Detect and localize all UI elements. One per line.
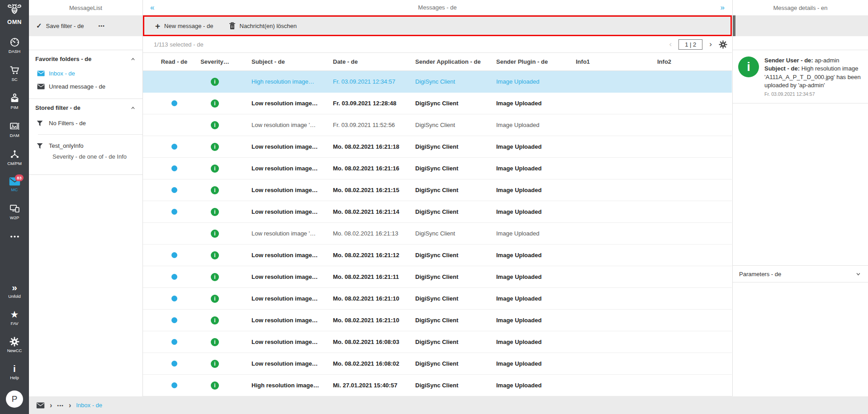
table-row[interactable]: i Low resolution image… Mo. 08.02.2021 1… (143, 331, 732, 353)
filter-funnel-icon (36, 120, 43, 127)
rail-item-dash[interactable]: DASH (0, 33, 29, 57)
table-row[interactable]: i High resolution image… Fr. 03.09.2021 … (143, 71, 732, 93)
info-severity-icon: i (211, 338, 219, 346)
table-row[interactable]: i Low resolution image… Mo. 08.02.2021 1… (143, 179, 732, 201)
sender-application-cell: DigiSync Client (415, 273, 496, 280)
subject-cell: Low resolution image… (235, 252, 333, 259)
folder-item-inbox[interactable]: Inbox - de (29, 67, 142, 80)
rail-item-more[interactable] (0, 228, 29, 245)
rail-item-label: NewCC (7, 348, 22, 353)
date-cell: Mo. 08.02.2021 16:21:11 (333, 273, 415, 280)
table-row[interactable]: i Low resolution image '… Fr. 03.09.2021… (143, 114, 732, 136)
omn-logo[interactable]: OMN (7, 3, 22, 25)
table-row[interactable]: i Low resolution image… Mo. 08.02.2021 1… (143, 310, 732, 331)
stored-filter-header[interactable]: Stored filter - de (29, 99, 142, 116)
info-severity-icon: i (211, 316, 219, 325)
gear-icon (9, 337, 19, 347)
date-cell: Mo. 08.02.2021 16:21:12 (333, 252, 415, 259)
column-header[interactable]: Sender Application - de (415, 58, 496, 65)
sender-application-cell: DigiSync Client (415, 295, 496, 302)
scrollbar-thumb[interactable] (733, 15, 735, 36)
rail-item-unfold[interactable]: »Unfold (0, 279, 29, 302)
next-page-button[interactable]: › (709, 40, 712, 49)
breadcrumb-current-folder[interactable]: Inbox - de (76, 402, 102, 409)
info-severity-icon: i (211, 143, 219, 151)
rail-item-label: DASH (9, 49, 20, 54)
info-severity-icon: i (211, 78, 219, 86)
subject-cell: Low resolution image… (235, 100, 333, 107)
column-header[interactable]: Info1 (576, 58, 657, 65)
folder-item-unread[interactable]: Unread message - de (29, 80, 142, 93)
column-header[interactable]: Subject - de (235, 58, 333, 65)
table-row[interactable]: i Low resolution image… Mo. 08.02.2021 1… (143, 158, 732, 179)
rail-item-cm-pm[interactable]: CM/PM (0, 146, 29, 169)
rail-item-dam[interactable]: DAM (0, 118, 29, 141)
previous-page-button[interactable]: ‹ (669, 40, 672, 49)
cart-icon (9, 65, 20, 75)
unread-indicator (171, 339, 177, 345)
rail-item-w2p[interactable]: W2P (0, 200, 29, 223)
unread-indicator (171, 187, 177, 193)
filter-item-test-onlyinfo[interactable]: Test_onlyInfo (29, 138, 142, 152)
column-header[interactable]: Info2 (657, 58, 732, 65)
logo-text: OMN (7, 19, 22, 25)
new-message-button[interactable]: + New message - de (155, 22, 213, 30)
table-row[interactable]: i Low resolution image… Fr. 03.09.2021 1… (143, 93, 732, 114)
subject-cell: Low resolution image… (235, 360, 333, 367)
table-header: Read - deSeverity…Subject - deDate - deS… (143, 53, 732, 71)
column-header[interactable]: Sender Plugin - de (496, 58, 576, 65)
page-indicator[interactable]: 1 | 2 (678, 39, 702, 50)
table-settings-gear-icon[interactable] (719, 40, 727, 49)
unread-indicator (171, 317, 177, 323)
unread-indicator (171, 209, 177, 215)
table-row[interactable]: i Low resolution image… Mo. 08.02.2021 1… (143, 245, 732, 266)
sender-plugin-cell: Image Uploaded (496, 273, 576, 280)
check-icon: ✓ (36, 22, 42, 30)
date-cell: Mo. 08.02.2021 16:08:02 (333, 360, 415, 367)
collapse-right-button[interactable]: » (721, 4, 725, 11)
info-severity-icon: i (211, 295, 219, 303)
info-severity-icon: i (211, 381, 219, 390)
sender-plugin-cell: Image Uploaded (496, 317, 576, 324)
rail-item-mc[interactable]: MC83 (0, 174, 29, 195)
rail-item-sc[interactable]: SC (0, 61, 29, 85)
table-row[interactable]: i Low resolution image… Mo. 08.02.2021 1… (143, 266, 732, 288)
rail-item-help[interactable]: iHelp (0, 360, 29, 383)
table-row[interactable]: i Low resolution image… Mo. 08.02.2021 1… (143, 201, 732, 223)
collapse-left-button[interactable]: « (150, 4, 154, 11)
unread-indicator (171, 274, 177, 280)
rail-item-label: MC (11, 187, 18, 192)
info-severity-icon: i (211, 186, 219, 194)
rail-item-newcc[interactable]: NewCC (0, 333, 29, 356)
table-row[interactable]: i Low resolution image '… Mo. 08.02.2021… (143, 223, 732, 245)
breadcrumb-ellipsis[interactable]: ••• (57, 403, 64, 408)
more-options-button[interactable]: ••• (98, 23, 105, 28)
user-avatar[interactable]: P (6, 390, 23, 408)
info-icon: i (13, 364, 16, 374)
rail-item-pim[interactable]: PIM (0, 89, 29, 113)
pim-box-icon (9, 93, 20, 104)
info-severity-icon: i (211, 165, 219, 173)
mail-icon (37, 84, 45, 89)
sender-application-cell: DigiSync Client (415, 208, 496, 215)
parameters-section-toggle[interactable]: Parameters - de (733, 265, 868, 282)
sender-application-cell: DigiSync Client (415, 252, 496, 259)
delete-messages-button[interactable]: Nachricht(en) löschen (229, 22, 297, 30)
info-severity-icon: i (211, 99, 219, 108)
table-row[interactable]: i Low resolution image… Mo. 08.02.2021 1… (143, 136, 732, 158)
column-header[interactable]: Date - de (333, 58, 415, 65)
save-filter-button[interactable]: ✓ Save filter - de (36, 22, 84, 30)
table-row[interactable]: i Low resolution image… Mo. 08.02.2021 1… (143, 288, 732, 310)
subject-cell: Low resolution image… (235, 339, 333, 345)
favorite-folders-header[interactable]: Favorite folders - de (29, 50, 142, 67)
filter-item-no-filters[interactable]: No Filters - de (29, 116, 142, 130)
star-icon: ★ (10, 310, 19, 320)
mail-icon[interactable] (36, 402, 45, 409)
table-row[interactable]: i High resolution image… Mi. 27.01.2021 … (143, 375, 732, 396)
column-header[interactable]: Read - de (161, 58, 188, 65)
column-header[interactable]: Severity… (200, 58, 229, 65)
rail-item-fav[interactable]: ★FAV (0, 306, 29, 329)
table-row[interactable]: i Low resolution image… Mo. 08.02.2021 1… (143, 353, 732, 375)
sender-plugin-cell: Image Uploaded (496, 360, 576, 367)
message-details-panel: Message details - en i Sender User - de:… (732, 0, 868, 396)
